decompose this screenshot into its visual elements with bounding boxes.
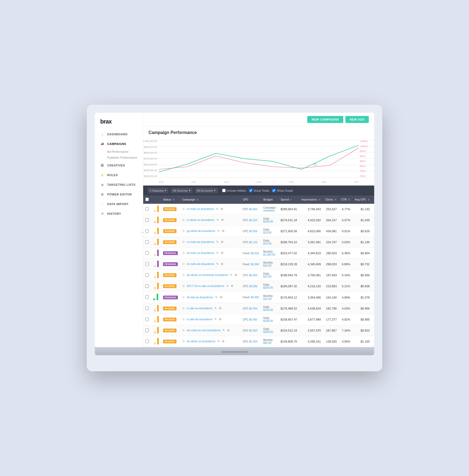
row-checkbox[interactable] — [145, 251, 149, 255]
sidebar-item-power-editor[interactable]: ⊞ POWER EDITOR — [95, 190, 143, 199]
row-checkbox[interactable] — [145, 318, 149, 321]
pause-icon[interactable]: ⏸ — [153, 331, 156, 334]
sidebar-item-targeting-lists[interactable]: ◎ TARGETING LISTS — [95, 180, 143, 190]
campaign-link[interactable]: rc-mob-de-braxdemo — [187, 240, 214, 244]
pause-icon[interactable]: ⏸ — [153, 286, 156, 290]
budget-value-link[interactable]: Unlimited — [263, 209, 275, 212]
row-checkbox[interactable] — [145, 273, 149, 277]
edit-icon[interactable]: ✎ — [216, 251, 220, 255]
campaign-link[interactable]: rc-tab-au-braxdemo — [187, 307, 213, 310]
pause-icon[interactable]: ⏸ — [153, 275, 156, 279]
edit-icon[interactable]: ✎ — [216, 207, 220, 211]
cpc-value-link[interactable]: $0.060 — [249, 318, 257, 321]
sidebar-item-campaigns[interactable]: 📣 CAMPAIGNS Ad Performance Publisher Per… — [95, 139, 143, 161]
campaign-link[interactable]: ob-desk-us-schedule-braxdemo — [187, 273, 228, 277]
pause-icon[interactable]: ⏸ — [153, 309, 156, 312]
row-checkbox[interactable] — [145, 240, 149, 244]
settings-icon[interactable]: ⚙ — [221, 251, 225, 255]
campaign-link[interactable]: ob-desk-us-braxdemo — [187, 340, 215, 343]
campaign-link[interactable]: rb-mob-us-braxdemo — [187, 251, 214, 255]
th-clicks[interactable]: Clicks ⇅ — [323, 195, 339, 204]
pause-icon[interactable]: ⏸ — [153, 342, 156, 345]
row-checkbox[interactable] — [145, 329, 149, 332]
new-ads-button[interactable]: NEW ADS — [345, 116, 369, 123]
row-checkbox[interactable] — [145, 295, 149, 299]
cpc-value-link[interactable]: $0.060 — [251, 263, 259, 266]
row-checkbox[interactable] — [145, 229, 149, 233]
edit-icon[interactable]: ✎ — [215, 296, 219, 299]
cpc-value-link[interactable]: $0.050 — [249, 230, 257, 233]
budget-value-link[interactable]: $100.00 — [263, 319, 273, 322]
budget-value-link[interactable]: $50.00 — [263, 341, 272, 344]
pause-icon[interactable]: ⏸ — [153, 253, 156, 257]
pause-icon[interactable]: ⏸ — [153, 320, 156, 323]
sidebar-sub-ad-performance[interactable]: Ad Performance — [107, 149, 143, 155]
campaign-link[interactable]: sb-tab-au-braxdemo — [187, 296, 213, 299]
campaign-link[interactable]: rc-desk-us-braxdemo — [187, 218, 215, 221]
budget-value-link[interactable]: $10.00 — [263, 275, 272, 278]
select-all-checkbox[interactable] — [145, 198, 149, 201]
budget-value-link[interactable]: $1,000.00 — [263, 253, 275, 256]
pause-icon[interactable]: ⏸ — [153, 220, 156, 224]
edit-icon[interactable]: ✎ — [226, 284, 230, 288]
sidebar-item-rules[interactable]: ⚡ RULES — [95, 170, 143, 180]
pause-icon[interactable]: ⏸ — [153, 264, 156, 268]
pause-icon[interactable]: ⏸ — [153, 209, 156, 213]
th-budget[interactable]: Budget — [261, 195, 278, 204]
budget-value-link[interactable]: $10.00 — [263, 231, 272, 234]
sidebar-item-data-import[interactable]: ↑ DATA IMPORT — [95, 199, 143, 209]
budget-value-link[interactable]: $10.00 — [263, 264, 272, 267]
settings-icon[interactable]: ⚙ — [222, 229, 226, 233]
budget-value-link[interactable]: $100.00 — [263, 220, 273, 223]
cpc-value-link[interactable]: $0.050 — [249, 329, 257, 332]
settings-icon[interactable]: ⚙ — [221, 240, 225, 244]
row-checkbox[interactable] — [145, 340, 149, 343]
play-icon[interactable]: ▶ — [153, 297, 156, 301]
budget-value-link[interactable]: $10.00 — [263, 297, 272, 300]
budget-value-link[interactable]: $200.00 — [263, 330, 273, 333]
settings-icon[interactable]: ⚙ — [219, 307, 223, 310]
campaign-link[interactable]: rb-mob-de-braxdemo — [187, 262, 214, 266]
sidebar-item-history[interactable]: ↺ HISTORY — [95, 209, 143, 219]
settings-icon[interactable]: ⚙ — [227, 329, 231, 332]
sources-filter[interactable]: All Sources ▾ — [171, 188, 193, 193]
th-campaign[interactable]: Campaign ⇅ — [180, 195, 241, 204]
edit-icon[interactable]: ✎ — [230, 273, 234, 277]
cpc-value-link[interactable]: $0.010 — [251, 252, 259, 255]
cpc-value-link[interactable]: $0.060 — [249, 208, 257, 211]
sidebar-item-dashboard[interactable]: ⌂ DASHBOARD — [95, 129, 143, 139]
row-checkbox[interactable] — [145, 284, 149, 288]
row-checkbox[interactable] — [145, 307, 149, 310]
th-conversions[interactable]: Conversions ⇅ — [372, 195, 374, 204]
row-checkbox[interactable] — [145, 218, 149, 222]
edit-icon[interactable]: ✎ — [217, 229, 221, 233]
show-totals-label[interactable]: Show Totals — [249, 189, 269, 192]
cpc-value-link[interactable]: $0.050 — [249, 307, 257, 310]
settings-icon[interactable]: ⚙ — [221, 262, 225, 266]
include-hidden-label[interactable]: Include Hidden — [222, 189, 246, 192]
settings-icon[interactable]: ⚙ — [219, 318, 223, 321]
th-cpc[interactable]: CPC — [240, 195, 261, 204]
budget-value-link[interactable]: $10.00 — [263, 242, 272, 245]
show-totals-checkbox[interactable] — [249, 189, 252, 192]
cpc-value-link[interactable]: $0.350 — [249, 340, 257, 343]
campaign-link[interactable]: rc-tab-de-braxdemo — [187, 318, 213, 321]
settings-icon[interactable]: ⚙ — [220, 296, 223, 299]
edit-icon[interactable]: ✎ — [214, 318, 218, 321]
th-spend[interactable]: Spend ▾ — [278, 195, 299, 204]
cpc-value-link[interactable]: $0.090 — [249, 285, 257, 288]
campaign-link[interactable]: ob-mob-us-nov-braxdemo — [187, 329, 221, 332]
budget-value-link[interactable]: $200.00 — [263, 286, 273, 289]
campaign-link[interactable]: 2017-10-rc-tab-us-braxdemo — [187, 284, 224, 288]
settings-icon[interactable]: ⚙ — [222, 340, 226, 343]
th-avg-cpc[interactable]: Avg CPC ⇅ — [352, 195, 372, 204]
row-checkbox[interactable] — [145, 207, 149, 211]
include-hidden-checkbox[interactable] — [222, 189, 226, 192]
campaign-link[interactable]: yg-desk-de-braxdemo — [187, 229, 215, 232]
cpc-value-link[interactable]: $0.050 — [251, 296, 259, 299]
budget-value-link[interactable]: $100.00 — [263, 308, 273, 311]
cpc-value-link[interactable]: $0.320 — [249, 219, 257, 222]
th-ctr[interactable]: CTR ⇅ — [339, 195, 352, 204]
settings-icon[interactable]: ⚙ — [221, 218, 225, 222]
edit-icon[interactable]: ✎ — [222, 329, 226, 332]
